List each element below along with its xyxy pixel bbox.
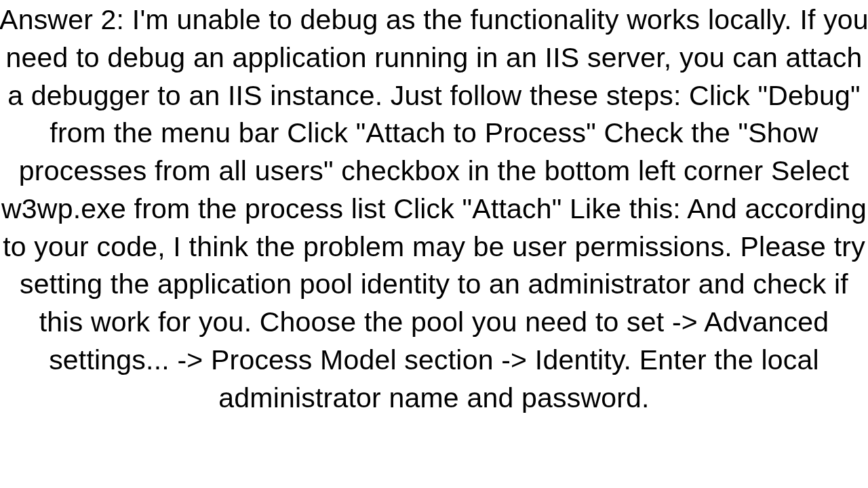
answer-text-block: Answer 2: I'm unable to debug as the fun… [0,0,868,417]
answer-body: I'm unable to debug as the functionality… [1,4,868,413]
answer-label: Answer 2: [0,4,124,35]
